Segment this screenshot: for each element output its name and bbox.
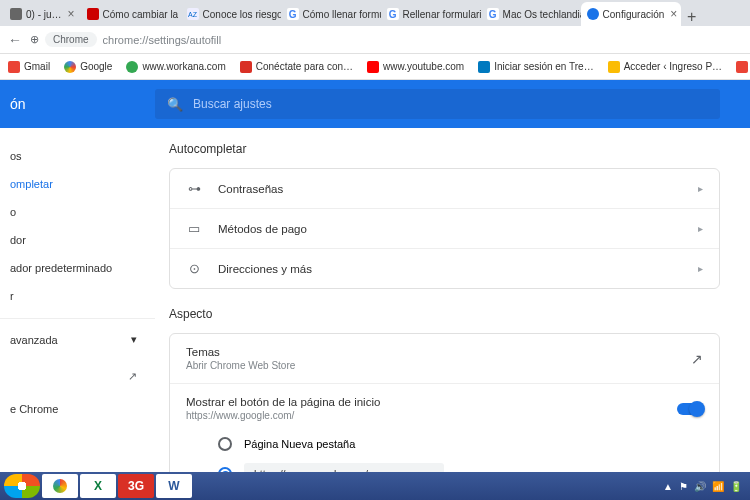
chevron-right-icon: ▸ <box>698 263 703 274</box>
sidebar-about[interactable]: e Chrome <box>0 393 155 425</box>
taskbar-excel[interactable]: X <box>80 474 116 498</box>
tab-favicon <box>10 8 22 20</box>
tray-battery-icon: 🔋 <box>730 481 742 492</box>
section-title-autofill: Autocompletar <box>169 142 720 156</box>
tray-action-icon: ⚑ <box>679 481 688 492</box>
tab-favicon: AZ <box>187 8 199 20</box>
appearance-card: TemasAbrir Chrome Web Store ↗ Mostrar el… <box>169 333 720 472</box>
tab-favicon: G <box>487 8 499 20</box>
radio-custom[interactable]: https://www.google.com/ <box>218 457 703 472</box>
tab-favicon: G <box>387 8 399 20</box>
windows-taskbar: X 3G W ▲ ⚑ 🔊 📶 🔋 <box>0 472 750 500</box>
url-text: chrome://settings/autofill <box>103 34 222 46</box>
location-icon: ⊙ <box>186 261 202 276</box>
sidebar-item-2[interactable]: o <box>0 198 155 226</box>
home-button-radio-group: Página Nueva pestaña https://www.google.… <box>170 425 719 472</box>
close-icon[interactable]: × <box>670 7 677 21</box>
settings-sidebar: os ompletar o dor ador predeterminado r … <box>0 128 155 472</box>
bookmarks-bar: Gmail Google www.workana.com Conéctate p… <box>0 54 750 80</box>
row-home-button: Mostrar el botón de la página de inicioh… <box>170 384 719 425</box>
tray-flag-icon: ▲ <box>663 481 673 492</box>
site-icon <box>240 61 252 73</box>
browser-tabs: 0) - ju…× Cómo cambiar la i…× AZConoce l… <box>0 0 750 26</box>
launch-icon: ↗ <box>691 351 703 367</box>
google-icon <box>64 61 76 73</box>
taskbar-chrome[interactable] <box>42 474 78 498</box>
tray-volume-icon: 🔊 <box>694 481 706 492</box>
bookmark-workana[interactable]: www.workana.com <box>126 61 225 73</box>
row-passwords[interactable]: ⊶Contraseñas▸ <box>170 169 719 209</box>
sidebar-item-autofill[interactable]: ompletar <box>0 170 155 198</box>
new-tab-button[interactable]: + <box>681 8 703 26</box>
sidebar-item-4[interactable]: ador predeterminado <box>0 254 155 282</box>
tab-0[interactable]: 0) - ju…× <box>4 2 81 26</box>
tab-5[interactable]: GMac Os techlandia…× <box>481 2 581 26</box>
key-icon: ⊶ <box>186 181 202 196</box>
site-icon <box>608 61 620 73</box>
section-title-appearance: Aspecto <box>169 307 720 321</box>
chevron-right-icon: ▸ <box>698 183 703 194</box>
sidebar-item-5[interactable]: r <box>0 282 155 310</box>
taskbar-3g[interactable]: 3G <box>118 474 154 498</box>
bookmark-gmail[interactable]: Gmail <box>8 61 50 73</box>
site-icon <box>126 61 138 73</box>
bookmark-youtube[interactable]: www.youtube.com <box>367 61 464 73</box>
back-button[interactable]: ← <box>8 32 22 48</box>
row-themes[interactable]: TemasAbrir Chrome Web Store ↗ <box>170 334 719 384</box>
row-payments[interactable]: ▭Métodos de pago▸ <box>170 209 719 249</box>
search-input[interactable] <box>193 97 708 111</box>
custom-url-input[interactable]: https://www.google.com/ <box>244 463 444 472</box>
start-button[interactable] <box>4 474 40 498</box>
search-box[interactable]: 🔍 <box>155 89 720 119</box>
launch-icon: ↗ <box>128 370 137 383</box>
tray-network-icon: 📶 <box>712 481 724 492</box>
address-bar: ← ⊕ Chrome chrome://settings/autofill <box>0 26 750 54</box>
row-addresses[interactable]: ⊙Direcciones y más▸ <box>170 249 719 288</box>
search-icon: 🔍 <box>167 97 183 112</box>
secure-icon: ⊕ <box>30 33 39 46</box>
bookmark-pdfdoc[interactable]: PDF a DOC – Conve… <box>736 61 750 73</box>
card-icon: ▭ <box>186 221 202 236</box>
settings-header: ón 🔍 <box>0 80 750 128</box>
site-icon <box>736 61 748 73</box>
site-icon <box>478 61 490 73</box>
bookmark-conectate[interactable]: Conéctate para con… <box>240 61 353 73</box>
url-origin-chip: Chrome <box>45 32 97 47</box>
bookmark-trello[interactable]: Iniciar sesión en Tre… <box>478 61 594 73</box>
url-box[interactable]: ⊕ Chrome chrome://settings/autofill <box>30 32 742 47</box>
bookmark-google[interactable]: Google <box>64 61 112 73</box>
sidebar-item-0[interactable]: os <box>0 142 155 170</box>
page-title: ón <box>0 96 155 112</box>
tab-3[interactable]: GCómo llenar formu…× <box>281 2 381 26</box>
radio-newtab[interactable]: Página Nueva pestaña <box>218 431 703 457</box>
tab-favicon <box>87 8 99 20</box>
settings-main: Autocompletar ⊶Contraseñas▸ ▭Métodos de … <box>155 128 750 472</box>
tab-1[interactable]: Cómo cambiar la i…× <box>81 2 181 26</box>
gear-icon <box>587 8 599 20</box>
tab-4[interactable]: GRellenar formulari…× <box>381 2 481 26</box>
youtube-icon <box>367 61 379 73</box>
chevron-down-icon: ▾ <box>131 333 137 346</box>
gmail-icon <box>8 61 20 73</box>
tab-2[interactable]: AZConoce los riesgo…× <box>181 2 281 26</box>
sidebar-advanced[interactable]: avanzada▾ <box>0 318 155 360</box>
chrome-icon <box>53 479 67 493</box>
taskbar-word[interactable]: W <box>156 474 192 498</box>
autofill-card: ⊶Contraseñas▸ ▭Métodos de pago▸ ⊙Direcci… <box>169 168 720 289</box>
home-button-toggle[interactable] <box>677 403 703 415</box>
tab-favicon: G <box>287 8 299 20</box>
sidebar-item-3[interactable]: dor <box>0 226 155 254</box>
sidebar-extensions-link[interactable]: ↗ <box>0 360 155 393</box>
chevron-right-icon: ▸ <box>698 223 703 234</box>
bookmark-acceder[interactable]: Acceder ‹ Ingreso P… <box>608 61 722 73</box>
close-icon[interactable]: × <box>68 7 75 21</box>
radio-icon <box>218 437 232 451</box>
system-tray[interactable]: ▲ ⚑ 🔊 📶 🔋 <box>663 481 746 492</box>
tab-6-active[interactable]: Configuración× <box>581 2 681 26</box>
